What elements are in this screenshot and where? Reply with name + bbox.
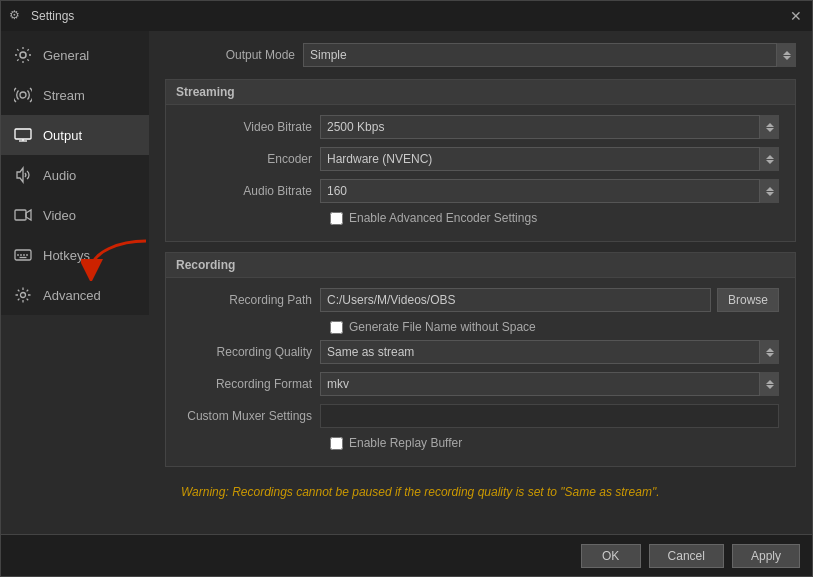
bottom-bar: OK Cancel Apply — [1, 534, 812, 576]
recording-format-select[interactable]: mkv — [320, 372, 779, 396]
browse-button[interactable]: Browse — [717, 288, 779, 312]
recording-format-row: Recording Format mkv — [182, 372, 779, 396]
streaming-section: Streaming Video Bitrate 2500 Kbps — [165, 79, 796, 242]
main-panel: Output Mode Simple Streaming — [149, 31, 812, 534]
recording-quality-select[interactable]: Same as stream — [320, 340, 779, 364]
recording-quality-label: Recording Quality — [182, 345, 312, 359]
svg-rect-5 — [15, 210, 26, 220]
titlebar: ⚙ Settings ✕ — [1, 1, 812, 31]
hotkeys-label: Hotkeys — [43, 248, 90, 263]
custom-muxer-input[interactable] — [320, 404, 779, 428]
general-icon — [13, 45, 33, 65]
svg-point-1 — [20, 92, 26, 98]
custom-muxer-row: Custom Muxer Settings — [182, 404, 779, 428]
streaming-header: Streaming — [166, 80, 795, 105]
recording-path-label: Recording Path — [182, 293, 312, 307]
hotkeys-icon — [13, 245, 33, 265]
output-label: Output — [43, 128, 82, 143]
sidebar-item-hotkeys[interactable]: Hotkeys — [1, 235, 149, 275]
recording-header: Recording — [166, 253, 795, 278]
advanced-encoder-checkbox[interactable] — [330, 212, 343, 225]
recording-quality-row: Recording Quality Same as stream — [182, 340, 779, 364]
stream-label: Stream — [43, 88, 85, 103]
sidebar-item-video[interactable]: Video — [1, 195, 149, 235]
video-icon — [13, 205, 33, 225]
ok-button[interactable]: OK — [581, 544, 641, 568]
audio-bitrate-row: Audio Bitrate 160 — [182, 179, 779, 203]
output-icon — [13, 125, 33, 145]
sidebar: General Stream — [1, 31, 149, 315]
advanced-label: Advanced — [43, 288, 101, 303]
svg-point-0 — [20, 52, 26, 58]
audio-bitrate-control: 160 — [320, 179, 779, 203]
replay-buffer-label: Enable Replay Buffer — [349, 436, 462, 450]
advanced-encoder-row: Enable Advanced Encoder Settings — [182, 211, 779, 225]
cancel-button[interactable]: Cancel — [649, 544, 724, 568]
recording-format-label: Recording Format — [182, 377, 312, 391]
settings-icon: ⚙ — [9, 8, 25, 24]
streaming-body: Video Bitrate 2500 Kbps — [166, 105, 795, 241]
video-bitrate-control: 2500 Kbps — [320, 115, 779, 139]
advanced-icon — [13, 285, 33, 305]
close-button[interactable]: ✕ — [788, 8, 804, 24]
video-bitrate-row: Video Bitrate 2500 Kbps — [182, 115, 779, 139]
custom-muxer-label: Custom Muxer Settings — [182, 409, 312, 423]
recording-quality-control: Same as stream — [320, 340, 779, 364]
audio-icon — [13, 165, 33, 185]
sidebar-item-advanced[interactable]: Advanced — [1, 275, 149, 315]
output-mode-row: Output Mode Simple — [165, 43, 796, 67]
recording-format-control: mkv — [320, 372, 779, 396]
output-mode-label: Output Mode — [165, 48, 295, 62]
video-bitrate-select[interactable]: 2500 Kbps — [320, 115, 779, 139]
generate-filename-row: Generate File Name without Space — [182, 320, 779, 334]
video-bitrate-label: Video Bitrate — [182, 120, 312, 134]
sidebar-item-stream[interactable]: Stream — [1, 75, 149, 115]
output-mode-control: Simple — [303, 43, 796, 67]
recording-path-input[interactable] — [320, 288, 711, 312]
svg-point-12 — [21, 293, 26, 298]
video-label: Video — [43, 208, 76, 223]
sidebar-item-output[interactable]: Output — [1, 115, 149, 155]
recording-section: Recording Recording Path Browse — [165, 252, 796, 467]
apply-button[interactable]: Apply — [732, 544, 800, 568]
encoder-label: Encoder — [182, 152, 312, 166]
audio-bitrate-label: Audio Bitrate — [182, 184, 312, 198]
generate-filename-label: Generate File Name without Space — [349, 320, 536, 334]
recording-body: Recording Path Browse Generate File Name… — [166, 278, 795, 466]
replay-buffer-checkbox[interactable] — [330, 437, 343, 450]
recording-path-row: Recording Path Browse — [182, 288, 779, 312]
advanced-encoder-label: Enable Advanced Encoder Settings — [349, 211, 537, 225]
encoder-row: Encoder Hardware (NVENC) — [182, 147, 779, 171]
warning-text: Warning: Recordings cannot be paused if … — [165, 477, 796, 503]
recording-path-control: Browse — [320, 288, 779, 312]
replay-buffer-row: Enable Replay Buffer — [182, 436, 779, 450]
sidebar-item-general[interactable]: General — [1, 35, 149, 75]
audio-bitrate-select[interactable]: 160 — [320, 179, 779, 203]
generate-filename-checkbox[interactable] — [330, 321, 343, 334]
svg-rect-2 — [15, 129, 31, 139]
audio-label: Audio — [43, 168, 76, 183]
stream-icon — [13, 85, 33, 105]
encoder-control: Hardware (NVENC) — [320, 147, 779, 171]
custom-muxer-control — [320, 404, 779, 428]
output-mode-select[interactable]: Simple — [303, 43, 796, 67]
path-row: Browse — [320, 288, 779, 312]
sidebar-item-audio[interactable]: Audio — [1, 155, 149, 195]
window-title: Settings — [31, 9, 788, 23]
general-label: General — [43, 48, 89, 63]
encoder-select[interactable]: Hardware (NVENC) — [320, 147, 779, 171]
